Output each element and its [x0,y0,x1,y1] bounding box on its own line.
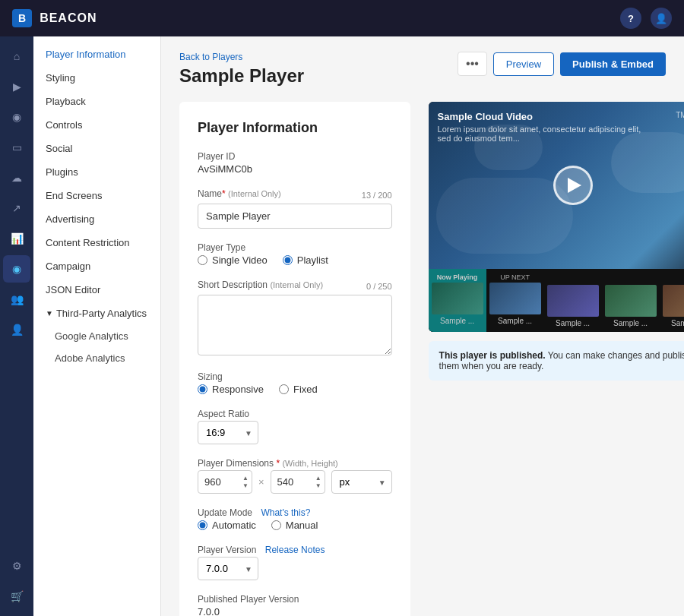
sidebar-item-advertising[interactable]: Advertising [33,207,160,231]
help-button[interactable]: ? [620,8,641,29]
width-stepper: ▲ ▼ [240,475,251,490]
width-input-wrap: ▲ ▼ [198,470,252,494]
sidebar-item-json-editor[interactable]: JSON Editor [33,278,160,302]
unit-select[interactable]: px % [331,470,392,494]
player-version-select[interactable]: 7.0.0 6.x [198,557,258,580]
collapse-icon: ▼ [46,309,53,317]
dimension-separator: × [258,476,264,488]
update-mode-manual[interactable]: Manual [271,520,318,531]
icon-chart[interactable]: 📊 [3,225,30,252]
icon-cart[interactable]: 🛒 [3,583,30,610]
preview-button[interactable]: Preview [493,52,554,76]
unit-select-wrapper: px % ▼ [331,470,392,494]
sidebar-item-player-information[interactable]: Player Information [33,43,160,66]
update-mode-field: Update Mode What's this? Automatic Manua… [198,507,392,531]
sidebar-item-playback[interactable]: Playback [33,90,160,113]
sizing-fixed[interactable]: Fixed [279,384,318,395]
icon-globe[interactable]: ◉ [3,103,30,131]
left-icon-bar: ⌂ ▶ ◉ ▭ ☁ ↗ 📊 ◉ 👥 👤 ⚙ 🛒 [0,36,33,616]
playlist-label-0: Sample ... [432,317,483,325]
user-button[interactable]: 👤 [651,8,672,29]
player-type-single-radio[interactable] [198,255,207,265]
short-desc-label: Short Description (Internal Only) [198,280,323,290]
player-type-playlist[interactable]: Playlist [283,254,328,266]
icon-cloud[interactable]: ☁ [3,164,30,191]
sidebar-item-plugins[interactable]: Plugins [33,160,160,184]
icon-tv[interactable]: ▭ [3,134,30,161]
playlist-label-2: Sample ... [547,319,599,327]
nav-brand: B BEACON [12,9,97,27]
name-char-count: 13 / 200 [362,191,392,200]
height-increment[interactable]: ▲ [313,475,324,482]
player-version-select-wrapper: 7.0.0 6.x ▼ [198,557,258,580]
sidebar-item-content-restriction[interactable]: Content Restriction [33,231,160,254]
height-input-wrap: ▲ ▼ [271,470,325,494]
sidebar-item-google-analytics[interactable]: Google Analytics [33,325,160,347]
update-mode-automatic[interactable]: Automatic [198,520,256,531]
sidebar-item-styling[interactable]: Styling [33,66,160,90]
sizing-responsive-radio[interactable] [198,384,207,394]
logo: B [12,9,32,27]
player-id-value: AvSiMMC0b [198,163,392,175]
player-type-single-video[interactable]: Single Video [198,254,268,266]
playlist-thumb-1 [489,283,541,314]
short-desc-field: Short Description (Internal Only) 0 / 25… [198,280,392,358]
now-playing-label: Now Playing [432,273,483,281]
sidebar-item-end-screens[interactable]: End Screens [33,184,160,207]
icon-user[interactable]: 👤 [3,316,30,343]
main-content: Back to Players Sample Player ••• Previe… [161,36,684,616]
update-mode-automatic-radio[interactable] [198,520,207,530]
sidebar-item-controls[interactable]: Controls [33,113,160,137]
update-mode-link[interactable]: What's this? [261,507,310,518]
playlist-label-3: Sample ... [605,319,657,327]
app-name: BEACON [40,11,97,25]
published-bold: This player is published. [439,350,546,361]
top-nav: B BEACON ? 👤 [0,0,684,36]
aspect-ratio-select[interactable]: 16:9 4:3 1:1 [198,421,258,444]
sidebar-item-adobe-analytics[interactable]: Adobe Analytics [33,347,160,369]
sidebar-item-campaign[interactable]: Campaign [33,254,160,278]
page-header: Back to Players Sample Player ••• Previe… [179,52,666,87]
playlist-item-0[interactable]: Now Playing Sample ... [429,269,486,332]
aspect-ratio-label: Aspect Ratio [198,409,392,419]
name-field-header: Name* (Internal Only) 13 / 200 [198,188,392,201]
name-field: Name* (Internal Only) 13 / 200 [198,188,392,229]
icon-users[interactable]: 👥 [3,286,30,313]
icon-video[interactable]: ▶ [3,73,30,100]
more-options-button[interactable]: ••• [458,52,487,76]
nav-right: ? 👤 [620,8,672,29]
playlist-item-2[interactable]: Sample ... [544,269,602,332]
sizing-field: Sizing Responsive Fixed [198,371,392,395]
short-desc-input[interactable] [198,295,392,355]
video-description: Lorem ipsum dolor sit amet, consectetur … [438,125,651,143]
published-version-value: 7.0.0 [198,606,392,616]
right-panel: Sample Cloud Video TM Lorem ipsum dolor … [429,102,684,616]
video-tm: TM [676,111,684,119]
height-stepper: ▲ ▼ [313,475,324,490]
player-type-playlist-radio[interactable] [283,255,293,265]
icon-share[interactable]: ↗ [3,194,30,222]
sizing-responsive[interactable]: Responsive [198,384,264,395]
release-notes-link[interactable]: Release Notes [265,545,325,555]
width-decrement[interactable]: ▼ [240,482,251,490]
icon-home[interactable]: ⌂ [3,43,30,70]
sizing-fixed-radio[interactable] [279,384,289,394]
update-mode-manual-radio[interactable] [271,520,281,530]
icon-settings[interactable]: ⚙ [3,552,30,580]
back-link[interactable]: Back to Players [179,52,304,62]
height-decrement[interactable]: ▼ [313,482,324,490]
form-panel: Player Information Player ID AvSiMMC0b N… [179,102,410,616]
playlist-item-3[interactable]: Sample ... [602,269,660,332]
icon-circle[interactable]: ◉ [3,255,30,283]
playlist-item-4[interactable]: Sample ... [660,269,684,332]
aspect-ratio-field: Aspect Ratio 16:9 4:3 1:1 ▼ [198,409,392,444]
sidebar-item-social[interactable]: Social [33,137,160,160]
sidebar-third-party-header[interactable]: ▼ Third-Party Analytics [33,302,160,325]
width-increment[interactable]: ▲ [240,475,251,482]
play-icon [568,178,581,193]
player-version-label: Player Version Release Notes [198,545,392,555]
publish-embed-button[interactable]: Publish & Embed [560,52,666,76]
name-input[interactable] [198,204,392,229]
update-mode-radio-group: Automatic Manual [198,520,392,531]
playlist-item-1[interactable]: UP NEXT Sample ... [486,269,544,332]
